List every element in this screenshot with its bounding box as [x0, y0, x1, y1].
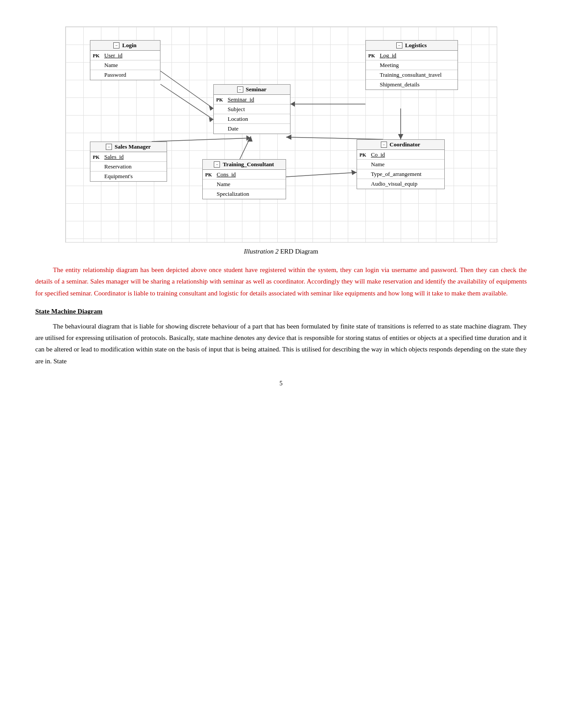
entity-seminar-row-date: Date	[214, 124, 290, 134]
entity-training-row-id: PK Cons_id	[203, 170, 286, 179]
entity-seminar-title: Seminar	[246, 86, 267, 93]
caption-italic: Illustration 2	[244, 248, 279, 255]
entity-coordinator: − Coordinator PK Co_id Name Type_of_arra…	[357, 139, 445, 189]
entity-login-row-userid: PK User_id	[90, 51, 160, 60]
entity-seminar-row-id: PK Seminar_id	[214, 95, 290, 105]
entity-training-title: Training_Consultant	[223, 161, 274, 168]
entity-logistics: − Logistics PK Log_id Meeting Training_c…	[365, 40, 458, 90]
erd-canvas: − Login PK User_id Name Password − Logis…	[65, 26, 497, 243]
entity-training-icon: −	[214, 161, 220, 168]
svg-line-10	[286, 172, 357, 177]
section-heading-state-machine: State Machine Diagram	[35, 308, 527, 315]
entity-training-row-name: Name	[203, 179, 286, 189]
svg-line-2	[160, 84, 213, 119]
entity-logistics-icon: −	[396, 42, 402, 49]
entity-sales-title: Sales Manager	[115, 143, 151, 150]
svg-marker-7	[398, 134, 403, 139]
entity-logistics-row-meeting: Meeting	[366, 60, 458, 70]
entity-training-consultant: − Training_Consultant PK Cons_id Name Sp…	[202, 159, 286, 199]
entity-sales-row-equipment: Equipment's	[90, 172, 167, 181]
entity-seminar: − Seminar PK Seminar_id Subject Location…	[213, 84, 290, 134]
red-paragraph: The entity relationship diagram has been…	[35, 264, 527, 299]
entity-training-row-specialization: Specialization	[203, 189, 286, 199]
svg-line-8	[152, 138, 251, 142]
svg-marker-15	[247, 136, 253, 142]
entity-sales-icon: −	[106, 144, 112, 150]
entity-seminar-header: − Seminar	[214, 85, 290, 95]
svg-line-14	[240, 136, 251, 159]
entity-coordinator-title: Coordinator	[390, 141, 420, 148]
entity-login-title: Login	[122, 42, 137, 49]
erd-caption: Illustration 2 ERD Diagram	[35, 248, 527, 255]
svg-marker-13	[286, 134, 291, 140]
caption-text: ERD Diagram	[279, 248, 318, 255]
svg-marker-9	[246, 135, 251, 141]
entity-login-row-name: Name	[90, 60, 160, 70]
entity-logistics-row-logid: PK Log_id	[366, 51, 458, 60]
entity-coordinator-row-audio: Audio_visual_equip	[357, 179, 444, 189]
entity-sales-row-id: PK Sales_id	[90, 152, 167, 162]
entity-logistics-row-shipment: Shipment_details	[366, 80, 458, 90]
svg-marker-3	[209, 117, 213, 122]
entity-login: − Login PK User_id Name Password	[90, 40, 160, 80]
svg-line-0	[160, 71, 213, 108]
erd-diagram-container: − Login PK User_id Name Password − Logis…	[35, 26, 527, 243]
entity-logistics-title: Logistics	[405, 42, 427, 49]
entity-sales-manager: − Sales Manager PK Sales_id Reservation …	[90, 142, 167, 182]
entity-coordinator-row-type: Type_of_arrangement	[357, 169, 444, 179]
entity-seminar-row-subject: Subject	[214, 105, 290, 114]
entity-training-header: − Training_Consultant	[203, 160, 286, 170]
entity-seminar-row-location: Location	[214, 114, 290, 124]
entity-seminar-icon: −	[237, 86, 243, 93]
entity-logistics-header: − Logistics	[366, 41, 458, 51]
body-paragraph: The behavioural diagram that is liable f…	[35, 321, 527, 367]
svg-marker-1	[209, 105, 213, 111]
entity-coordinator-row-id: PK Co_id	[357, 150, 444, 160]
entity-login-icon: −	[113, 42, 119, 49]
entity-logistics-row-travel: Training_consultant_travel	[366, 70, 458, 80]
svg-marker-11	[351, 170, 357, 175]
entity-coordinator-row-name: Name	[357, 160, 444, 169]
entity-login-header: − Login	[90, 41, 160, 51]
entity-coordinator-header: − Coordinator	[357, 140, 444, 150]
entity-login-row-password: Password	[90, 70, 160, 80]
page-number: 5	[35, 380, 527, 387]
svg-marker-5	[290, 101, 295, 107]
entity-sales-row-reservation: Reservation	[90, 162, 167, 172]
entity-coordinator-icon: −	[381, 142, 387, 148]
entity-sales-header: − Sales Manager	[90, 142, 167, 152]
